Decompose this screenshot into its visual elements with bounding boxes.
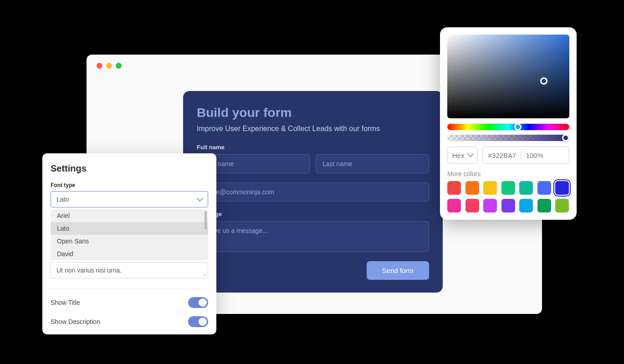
color-picker-panel: Hex #322BA7 100% More colors [440,27,577,220]
color-inputs-row: Hex #322BA7 100% [447,147,569,164]
alpha-thumb[interactable] [562,134,569,142]
saturation-field[interactable] [447,35,569,118]
font-select[interactable]: Lato [51,191,208,207]
font-dropdown: Ariel Lato Open Sans David [51,209,208,260]
fullname-label: Full name [197,144,429,151]
font-option-ariel[interactable]: Ariel [51,209,208,222]
chevron-down-icon [467,151,474,157]
message-label: Message [197,211,429,217]
email-input[interactable] [197,182,429,202]
fullname-row [197,154,429,173]
show-title-row: Show Title [51,297,208,308]
show-description-label: Show Description [51,318,100,325]
toggle-knob [199,298,207,307]
settings-panel: Settings Font type Lato Ariel Lato Open … [42,153,216,334]
format-value: Hex [452,152,465,159]
more-colors-label: More colors [447,170,569,177]
alpha-value: 100% [526,152,543,159]
email-row [197,182,429,202]
settings-divider [49,288,210,289]
font-type-label: Font type [51,182,208,188]
maximize-window-icon[interactable] [116,63,122,69]
color-swatch-grid [447,181,569,212]
send-form-button[interactable]: Send form [367,261,429,280]
color-swatch[interactable] [537,181,551,195]
toggle-knob [199,318,207,326]
font-select-value: Lato [56,196,69,203]
show-title-label: Show Title [51,299,80,306]
color-swatch[interactable] [555,181,569,195]
form-subtitle: Improve User Experience & Collect Leads … [197,125,429,133]
resize-handle-icon[interactable] [202,272,206,277]
hex-input[interactable]: #322BA7 100% [482,147,569,164]
font-option-opensans[interactable]: Open Sans [51,235,208,248]
show-description-row: Show Description [51,316,208,327]
form-title: Build your form [197,106,429,120]
lastname-input[interactable] [316,154,429,173]
color-swatch[interactable] [555,199,569,212]
form-card: Build your form Improve User Experience … [183,91,443,293]
show-title-toggle[interactable] [188,297,208,308]
hue-thumb[interactable] [514,123,522,131]
hex-value: #322BA7 [488,152,517,159]
show-description-toggle[interactable] [188,316,208,327]
settings-title: Settings [51,163,208,174]
font-option-david[interactable]: David [51,248,208,260]
close-window-icon[interactable] [97,63,102,69]
color-swatch[interactable] [465,199,479,212]
hue-slider[interactable] [447,124,569,130]
color-swatch[interactable] [465,181,479,195]
alpha-slider[interactable] [447,135,569,141]
saturation-cursor-icon[interactable] [540,77,547,85]
color-swatch[interactable] [519,199,533,212]
color-swatch[interactable] [483,181,497,195]
color-swatch[interactable] [519,181,533,195]
color-swatch[interactable] [447,199,461,212]
note-textarea[interactable]: Ut non varius nisi urna. [51,262,208,278]
hex-divider [521,151,521,159]
message-textarea[interactable] [197,221,429,252]
color-swatch[interactable] [483,199,497,212]
color-swatch[interactable] [501,199,515,212]
chevron-down-icon [197,195,203,202]
minimize-window-icon[interactable] [106,63,112,69]
font-option-lato[interactable]: Lato [51,222,208,235]
note-text: Ut non varius nisi urna. [56,267,122,274]
color-format-select[interactable]: Hex [447,147,478,164]
color-swatch[interactable] [501,181,515,195]
color-swatch[interactable] [537,199,551,212]
dropdown-scrollbar[interactable] [205,211,207,229]
form-actions: Send form [197,261,429,280]
color-swatch[interactable] [447,181,461,195]
